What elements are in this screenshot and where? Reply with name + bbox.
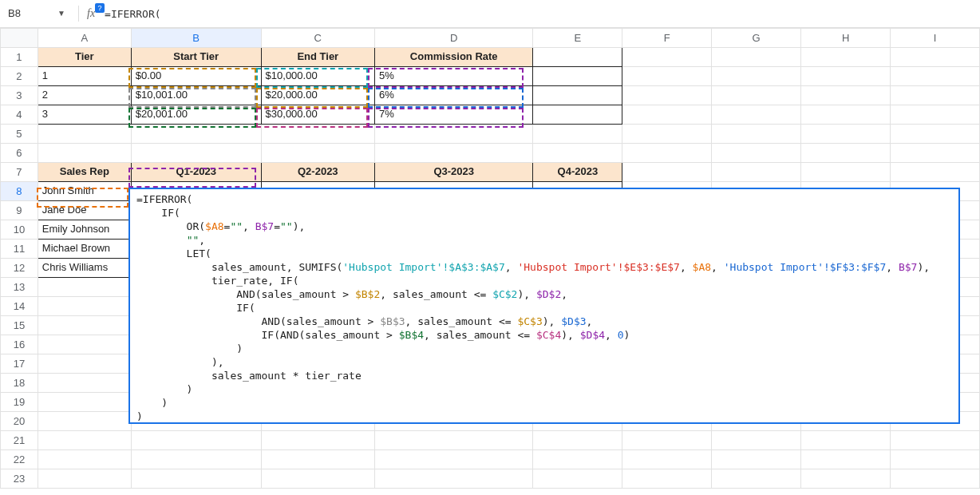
cell-A17[interactable] bbox=[38, 354, 131, 374]
cell-A12[interactable]: Chris Williams bbox=[38, 259, 131, 278]
row-header-11[interactable]: 11 bbox=[1, 240, 38, 259]
cell-C2[interactable]: $10,000.00 bbox=[261, 67, 374, 86]
cell-D1[interactable]: Commission Rate bbox=[375, 48, 533, 67]
cell-F23[interactable] bbox=[622, 469, 712, 489]
cell-D3[interactable]: 6% bbox=[375, 86, 533, 105]
row-header-21[interactable]: 21 bbox=[1, 431, 38, 450]
row-header-3[interactable]: 3 bbox=[1, 86, 38, 105]
cell-E23[interactable] bbox=[533, 469, 622, 489]
column-header-D[interactable]: D bbox=[375, 29, 533, 48]
cell-D21[interactable] bbox=[375, 431, 533, 450]
cell-F22[interactable] bbox=[622, 450, 712, 469]
cell-A9[interactable]: Jane Doe bbox=[38, 201, 131, 220]
cell-A20[interactable] bbox=[38, 412, 131, 431]
row-header-14[interactable]: 14 bbox=[1, 297, 38, 316]
cell-D7[interactable]: Q3-2023 bbox=[375, 163, 533, 182]
cell-G4[interactable] bbox=[712, 105, 801, 125]
cell-E2[interactable] bbox=[533, 67, 622, 86]
column-header-B[interactable]: B bbox=[131, 29, 261, 48]
cell-I4[interactable] bbox=[891, 105, 980, 125]
cell-C5[interactable] bbox=[261, 125, 374, 144]
cell-E21[interactable] bbox=[533, 431, 622, 450]
cell-B2[interactable]: $0.00 bbox=[131, 67, 261, 86]
cell-C23[interactable] bbox=[261, 469, 374, 489]
cell-C6[interactable] bbox=[261, 144, 374, 163]
row-header-13[interactable]: 13 bbox=[1, 278, 38, 297]
cell-G5[interactable] bbox=[712, 125, 801, 144]
cell-A16[interactable] bbox=[38, 335, 131, 354]
fx-icon[interactable]: fx ? bbox=[87, 7, 101, 20]
cell-A2[interactable]: 1 bbox=[38, 67, 131, 86]
formula-bar-input[interactable]: =IFERROR( bbox=[101, 8, 980, 20]
row-header-19[interactable]: 19 bbox=[1, 393, 38, 412]
cell-B4[interactable]: $20,001.00 bbox=[131, 105, 261, 125]
cell-E1[interactable] bbox=[533, 48, 622, 67]
cell-I5[interactable] bbox=[891, 125, 980, 144]
cell-F2[interactable] bbox=[622, 67, 712, 86]
cell-H1[interactable] bbox=[801, 48, 891, 67]
cell-A4[interactable]: 3 bbox=[38, 105, 131, 125]
cell-H2[interactable] bbox=[801, 67, 891, 86]
column-header-F[interactable]: F bbox=[622, 29, 712, 48]
cell-A8[interactable]: John Smith bbox=[38, 182, 131, 201]
cell-I23[interactable] bbox=[891, 469, 980, 489]
row-header-17[interactable]: 17 bbox=[1, 354, 38, 374]
cell-I1[interactable] bbox=[891, 48, 980, 67]
cell-H7[interactable] bbox=[801, 163, 891, 182]
cell-H5[interactable] bbox=[801, 125, 891, 144]
formula-help-icon[interactable]: ? bbox=[95, 3, 105, 13]
cell-G3[interactable] bbox=[712, 86, 801, 105]
row-header-1[interactable]: 1 bbox=[1, 48, 38, 67]
cell-H23[interactable] bbox=[801, 469, 891, 489]
cell-G21[interactable] bbox=[712, 431, 801, 450]
row-header-12[interactable]: 12 bbox=[1, 259, 38, 278]
cell-H4[interactable] bbox=[801, 105, 891, 125]
name-box-dropdown-icon[interactable]: ▼ bbox=[57, 5, 70, 22]
cell-H22[interactable] bbox=[801, 450, 891, 469]
cell-F21[interactable] bbox=[622, 431, 712, 450]
row-header-20[interactable]: 20 bbox=[1, 412, 38, 431]
cell-I6[interactable] bbox=[891, 144, 980, 163]
column-header-I[interactable]: I bbox=[891, 29, 980, 48]
column-header-A[interactable]: A bbox=[38, 29, 131, 48]
cell-C1[interactable]: End Tier bbox=[261, 48, 374, 67]
cell-C7[interactable]: Q2-2023 bbox=[261, 163, 374, 182]
cell-G6[interactable] bbox=[712, 144, 801, 163]
cell-C3[interactable]: $20,000.00 bbox=[261, 86, 374, 105]
cell-I21[interactable] bbox=[891, 431, 980, 450]
cell-A22[interactable] bbox=[38, 450, 131, 469]
column-header-H[interactable]: H bbox=[801, 29, 891, 48]
cell-A3[interactable]: 2 bbox=[38, 86, 131, 105]
cell-A6[interactable] bbox=[38, 144, 131, 163]
row-header-16[interactable]: 16 bbox=[1, 335, 38, 354]
row-header-15[interactable]: 15 bbox=[1, 316, 38, 335]
cell-A18[interactable] bbox=[38, 374, 131, 393]
row-header-7[interactable]: 7 bbox=[1, 163, 38, 182]
formula-edit-overlay[interactable]: =IFERROR( IF( OR($A8="", B$7=""), "", LE… bbox=[128, 188, 960, 424]
cell-F1[interactable] bbox=[622, 48, 712, 67]
column-header-C[interactable]: C bbox=[261, 29, 374, 48]
column-header-G[interactable]: G bbox=[712, 29, 801, 48]
cell-B5[interactable] bbox=[131, 125, 261, 144]
cell-I7[interactable] bbox=[891, 163, 980, 182]
cell-H21[interactable] bbox=[801, 431, 891, 450]
cell-B1[interactable]: Start Tier bbox=[131, 48, 261, 67]
row-header-5[interactable]: 5 bbox=[1, 125, 38, 144]
cell-F6[interactable] bbox=[622, 144, 712, 163]
cell-C4[interactable]: $30,000.00 bbox=[261, 105, 374, 125]
cell-D22[interactable] bbox=[375, 450, 533, 469]
cell-B22[interactable] bbox=[131, 450, 261, 469]
cell-I2[interactable] bbox=[891, 67, 980, 86]
name-box[interactable]: B8 ▼ bbox=[3, 5, 70, 22]
row-header-8[interactable]: 8 bbox=[1, 182, 38, 201]
cell-D6[interactable] bbox=[375, 144, 533, 163]
row-header-22[interactable]: 22 bbox=[1, 450, 38, 469]
cell-H6[interactable] bbox=[801, 144, 891, 163]
cell-I3[interactable] bbox=[891, 86, 980, 105]
cell-A1[interactable]: Tier bbox=[38, 48, 131, 67]
cell-E6[interactable] bbox=[533, 144, 622, 163]
cell-D23[interactable] bbox=[375, 469, 533, 489]
row-header-10[interactable]: 10 bbox=[1, 220, 38, 240]
cell-B6[interactable] bbox=[131, 144, 261, 163]
cell-E4[interactable] bbox=[533, 105, 622, 125]
